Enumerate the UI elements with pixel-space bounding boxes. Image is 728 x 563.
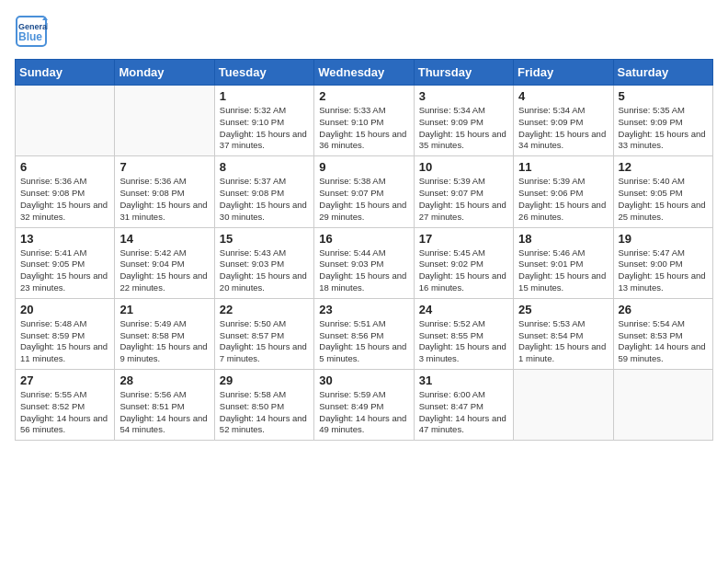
day-number: 20 xyxy=(20,303,109,316)
weekday-header-row: SundayMondayTuesdayWednesdayThursdayFrid… xyxy=(16,60,713,86)
page-header: General Blue xyxy=(15,15,713,48)
calendar-cell: 14Sunrise: 5:42 AMSunset: 9:04 PMDayligh… xyxy=(115,227,214,298)
weekday-header-thursday: Thursday xyxy=(414,60,513,86)
day-number: 17 xyxy=(419,232,508,246)
calendar-cell: 22Sunrise: 5:50 AMSunset: 8:57 PMDayligh… xyxy=(214,298,313,369)
day-number: 15 xyxy=(220,232,309,246)
cell-info: Sunrise: 5:54 AMSunset: 8:53 PMDaylight:… xyxy=(619,318,708,365)
day-number: 22 xyxy=(220,303,309,316)
calendar-cell: 25Sunrise: 5:53 AMSunset: 8:54 PMDayligh… xyxy=(514,298,613,369)
calendar-cell xyxy=(613,370,712,441)
cell-info: Sunrise: 5:46 AMSunset: 9:01 PMDaylight:… xyxy=(518,247,608,294)
cell-info: Sunrise: 5:49 AMSunset: 8:58 PMDaylight:… xyxy=(119,318,209,365)
day-number: 1 xyxy=(220,89,309,103)
calendar-cell: 4Sunrise: 5:34 AMSunset: 9:09 PMDaylight… xyxy=(514,86,613,156)
cell-info: Sunrise: 5:51 AMSunset: 8:56 PMDaylight:… xyxy=(319,318,408,365)
cell-info: Sunrise: 5:35 AMSunset: 9:09 PMDaylight:… xyxy=(619,105,708,152)
day-number: 8 xyxy=(220,160,309,174)
calendar-cell: 11Sunrise: 5:39 AMSunset: 9:06 PMDayligh… xyxy=(514,156,613,227)
calendar-cell: 20Sunrise: 5:48 AMSunset: 8:59 PMDayligh… xyxy=(16,298,115,369)
cell-info: Sunrise: 5:48 AMSunset: 8:59 PMDaylight:… xyxy=(20,318,109,365)
cell-info: Sunrise: 5:34 AMSunset: 9:09 PMDaylight:… xyxy=(518,105,608,152)
cell-info: Sunrise: 5:40 AMSunset: 9:05 PMDaylight:… xyxy=(619,176,708,223)
calendar-cell xyxy=(16,86,115,156)
cell-info: Sunrise: 5:53 AMSunset: 8:54 PMDaylight:… xyxy=(518,318,608,365)
weekday-header-sunday: Sunday xyxy=(16,60,115,86)
calendar-cell: 28Sunrise: 5:56 AMSunset: 8:51 PMDayligh… xyxy=(115,370,214,441)
calendar-cell: 8Sunrise: 5:37 AMSunset: 9:08 PMDaylight… xyxy=(214,156,313,227)
calendar-week-3: 13Sunrise: 5:41 AMSunset: 9:05 PMDayligh… xyxy=(16,227,713,298)
calendar-cell: 9Sunrise: 5:38 AMSunset: 9:07 PMDaylight… xyxy=(314,156,414,227)
day-number: 2 xyxy=(319,89,408,103)
day-number: 30 xyxy=(319,373,408,387)
calendar-cell: 31Sunrise: 6:00 AMSunset: 8:47 PMDayligh… xyxy=(414,370,513,441)
weekday-header-monday: Monday xyxy=(115,60,214,86)
cell-info: Sunrise: 5:32 AMSunset: 9:10 PMDaylight:… xyxy=(220,105,309,152)
cell-info: Sunrise: 5:36 AMSunset: 9:08 PMDaylight:… xyxy=(119,176,209,223)
day-number: 24 xyxy=(419,303,508,316)
calendar-cell: 30Sunrise: 5:59 AMSunset: 8:49 PMDayligh… xyxy=(314,370,414,441)
calendar-cell: 27Sunrise: 5:55 AMSunset: 8:52 PMDayligh… xyxy=(16,370,115,441)
calendar-cell: 7Sunrise: 5:36 AMSunset: 9:08 PMDaylight… xyxy=(115,156,214,227)
day-number: 12 xyxy=(619,160,708,174)
day-number: 27 xyxy=(20,373,109,387)
calendar-cell: 6Sunrise: 5:36 AMSunset: 9:08 PMDaylight… xyxy=(16,156,115,227)
calendar-week-4: 20Sunrise: 5:48 AMSunset: 8:59 PMDayligh… xyxy=(16,298,713,369)
cell-info: Sunrise: 5:39 AMSunset: 9:07 PMDaylight:… xyxy=(419,176,508,223)
cell-info: Sunrise: 5:42 AMSunset: 9:04 PMDaylight:… xyxy=(119,247,209,294)
calendar-cell: 5Sunrise: 5:35 AMSunset: 9:09 PMDaylight… xyxy=(613,86,712,156)
cell-info: Sunrise: 5:36 AMSunset: 9:08 PMDaylight:… xyxy=(20,176,109,223)
calendar-cell: 29Sunrise: 5:58 AMSunset: 8:50 PMDayligh… xyxy=(214,370,313,441)
calendar-cell xyxy=(514,370,613,441)
cell-info: Sunrise: 5:38 AMSunset: 9:07 PMDaylight:… xyxy=(319,176,408,223)
calendar-cell: 19Sunrise: 5:47 AMSunset: 9:00 PMDayligh… xyxy=(613,227,712,298)
calendar-cell: 16Sunrise: 5:44 AMSunset: 9:03 PMDayligh… xyxy=(314,227,414,298)
day-number: 18 xyxy=(518,232,608,246)
day-number: 7 xyxy=(119,160,209,174)
cell-info: Sunrise: 5:41 AMSunset: 9:05 PMDaylight:… xyxy=(20,247,109,294)
cell-info: Sunrise: 5:39 AMSunset: 9:06 PMDaylight:… xyxy=(518,176,608,223)
cell-info: Sunrise: 5:37 AMSunset: 9:08 PMDaylight:… xyxy=(220,176,309,223)
calendar-cell: 18Sunrise: 5:46 AMSunset: 9:01 PMDayligh… xyxy=(514,227,613,298)
cell-info: Sunrise: 5:43 AMSunset: 9:03 PMDaylight:… xyxy=(220,247,309,294)
day-number: 25 xyxy=(518,303,608,316)
calendar-cell: 26Sunrise: 5:54 AMSunset: 8:53 PMDayligh… xyxy=(613,298,712,369)
calendar-cell: 24Sunrise: 5:52 AMSunset: 8:55 PMDayligh… xyxy=(414,298,513,369)
calendar-week-1: 1Sunrise: 5:32 AMSunset: 9:10 PMDaylight… xyxy=(16,86,713,156)
day-number: 5 xyxy=(619,89,708,103)
day-number: 14 xyxy=(119,232,209,246)
day-number: 28 xyxy=(119,373,209,387)
day-number: 3 xyxy=(419,89,508,103)
cell-info: Sunrise: 6:00 AMSunset: 8:47 PMDaylight:… xyxy=(419,389,508,436)
cell-info: Sunrise: 5:58 AMSunset: 8:50 PMDaylight:… xyxy=(220,389,309,436)
calendar-cell: 12Sunrise: 5:40 AMSunset: 9:05 PMDayligh… xyxy=(613,156,712,227)
calendar-cell: 21Sunrise: 5:49 AMSunset: 8:58 PMDayligh… xyxy=(115,298,214,369)
day-number: 6 xyxy=(20,160,109,174)
calendar-cell xyxy=(115,86,214,156)
calendar-cell: 1Sunrise: 5:32 AMSunset: 9:10 PMDaylight… xyxy=(214,86,313,156)
cell-info: Sunrise: 5:52 AMSunset: 8:55 PMDaylight:… xyxy=(419,318,508,365)
cell-info: Sunrise: 5:34 AMSunset: 9:09 PMDaylight:… xyxy=(419,105,508,152)
day-number: 4 xyxy=(518,89,608,103)
calendar-cell: 3Sunrise: 5:34 AMSunset: 9:09 PMDaylight… xyxy=(414,86,513,156)
calendar-cell: 17Sunrise: 5:45 AMSunset: 9:02 PMDayligh… xyxy=(414,227,513,298)
cell-info: Sunrise: 5:45 AMSunset: 9:02 PMDaylight:… xyxy=(419,247,508,294)
logo: General Blue xyxy=(15,15,48,48)
day-number: 16 xyxy=(319,232,408,246)
logo-emblem: General Blue xyxy=(15,15,48,48)
cell-info: Sunrise: 5:56 AMSunset: 8:51 PMDaylight:… xyxy=(119,389,209,436)
cell-info: Sunrise: 5:47 AMSunset: 9:00 PMDaylight:… xyxy=(619,247,708,294)
cell-info: Sunrise: 5:55 AMSunset: 8:52 PMDaylight:… xyxy=(20,389,109,436)
cell-info: Sunrise: 5:50 AMSunset: 8:57 PMDaylight:… xyxy=(220,318,309,365)
day-number: 19 xyxy=(619,232,708,246)
weekday-header-saturday: Saturday xyxy=(613,60,712,86)
calendar-cell: 2Sunrise: 5:33 AMSunset: 9:10 PMDaylight… xyxy=(314,86,414,156)
day-number: 21 xyxy=(119,303,209,316)
day-number: 23 xyxy=(319,303,408,316)
cell-info: Sunrise: 5:44 AMSunset: 9:03 PMDaylight:… xyxy=(319,247,408,294)
weekday-header-tuesday: Tuesday xyxy=(214,60,313,86)
day-number: 31 xyxy=(419,373,508,387)
weekday-header-friday: Friday xyxy=(514,60,613,86)
calendar-table: SundayMondayTuesdayWednesdayThursdayFrid… xyxy=(15,59,713,441)
weekday-header-wednesday: Wednesday xyxy=(314,60,414,86)
